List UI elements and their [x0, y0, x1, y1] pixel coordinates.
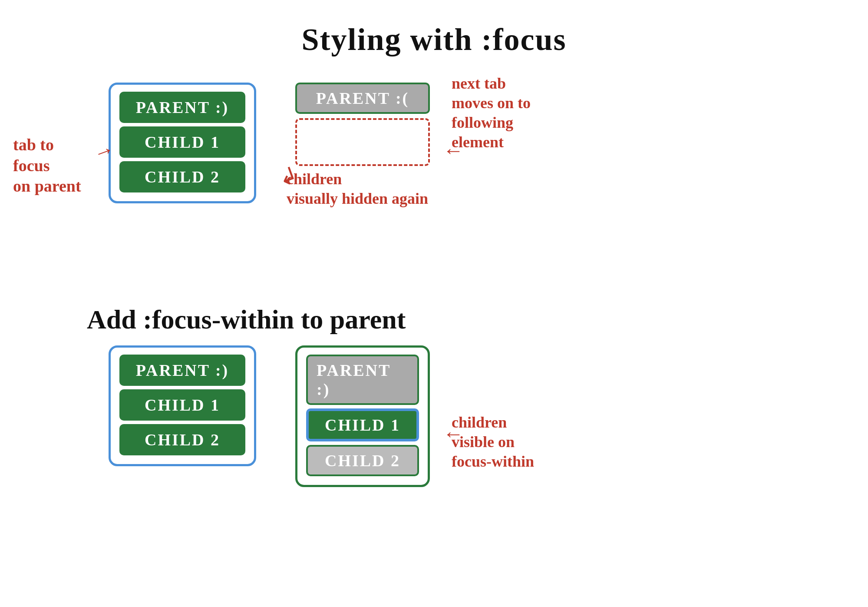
- bottom-right-container: PARENT :) CHILD 1 CHILD 2: [295, 345, 430, 487]
- bottom-right-parent-box: PARENT :): [306, 355, 419, 405]
- bottom-right-child1-label: CHILD 1: [325, 415, 400, 435]
- bottom-right-child1-box: CHILD 1: [306, 408, 419, 441]
- top-right-hidden-children: [295, 118, 430, 166]
- bottom-left-child1-label: CHILD 1: [145, 395, 220, 415]
- annotation-tab-to-focus: tab to focus on parent: [13, 135, 81, 197]
- section2-title: Add :focus-within to parent: [87, 304, 406, 335]
- bottom-right-child2-box: CHILD 2: [306, 445, 419, 476]
- bottom-left-child1-box: CHILD 1: [119, 389, 245, 421]
- bottom-left-child2-box: CHILD 2: [119, 424, 245, 455]
- arrow-children-visible: ←: [443, 421, 464, 445]
- top-left-parent-box: PARENT :): [119, 92, 245, 123]
- arrow-next-tab: ←: [443, 138, 464, 162]
- bottom-right-child1-wrapper: CHILD 1: [306, 408, 419, 441]
- top-left-child2-box: CHILD 2: [119, 161, 245, 192]
- top-right-parent-box: PARENT :(: [295, 83, 430, 114]
- page-title: Styling with :focus: [301, 22, 566, 58]
- bottom-right-child2-label: CHILD 2: [325, 451, 400, 470]
- bottom-left-child2-label: CHILD 2: [145, 430, 220, 449]
- bottom-right-parent-label: PARENT :): [317, 361, 409, 399]
- top-left-child2-label: CHILD 2: [145, 167, 220, 186]
- top-left-container: PARENT :) CHILD 1 CHILD 2: [109, 83, 256, 203]
- top-left-child1-label: CHILD 1: [145, 133, 220, 152]
- bottom-left-container: PARENT :) CHILD 1 CHILD 2: [109, 345, 256, 466]
- annotation-children-visible: children visible on focus-within: [452, 413, 534, 471]
- top-left-child1-box: CHILD 1: [119, 126, 245, 158]
- top-right-parent-label: PARENT :(: [316, 89, 409, 108]
- top-left-parent-label: PARENT :): [136, 98, 229, 117]
- bottom-left-parent-box: PARENT :): [119, 355, 245, 386]
- top-right-container: PARENT :(: [295, 83, 430, 166]
- bottom-left-parent-label: PARENT :): [136, 361, 229, 380]
- annotation-hidden: children visually hidden again: [287, 169, 428, 209]
